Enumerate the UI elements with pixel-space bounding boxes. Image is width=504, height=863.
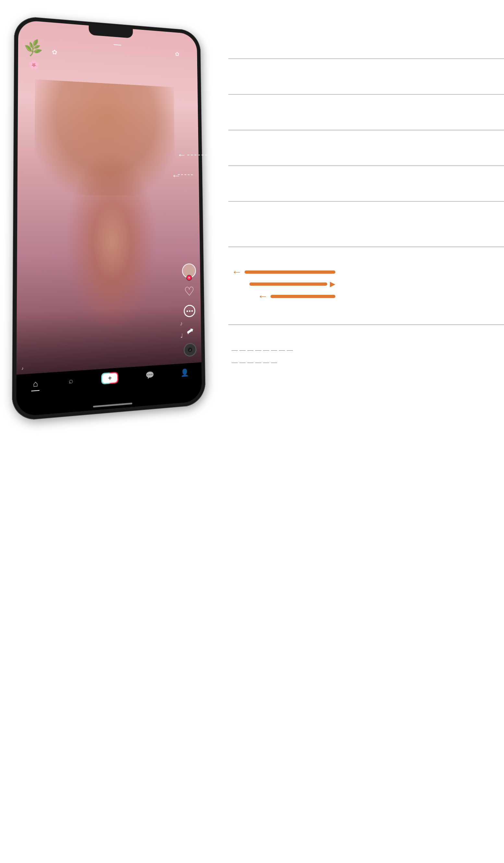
anno-rule-3	[228, 130, 504, 130]
comment-button[interactable]	[183, 303, 197, 319]
anno-rule-6	[228, 247, 504, 247]
music-disc-icon: ♪	[184, 343, 197, 357]
orange-annotation-block: ← ▶ ←	[231, 266, 335, 302]
nav-profile[interactable]: 👤	[177, 367, 193, 379]
annotation-line-6	[228, 247, 504, 247]
heart-icon: ♡	[182, 284, 196, 299]
annotation-line-2	[228, 94, 504, 95]
nav-create[interactable]: +	[97, 370, 122, 386]
phone-screen: 🌿 🌸 ✿ ✿ ←	[16, 20, 202, 417]
annotation-line-4	[228, 165, 504, 166]
back-arrow-icon[interactable]: ←	[171, 170, 181, 181]
comment-dots	[187, 310, 193, 312]
plus-icon: +	[108, 375, 112, 382]
annotation-line-1	[228, 58, 504, 59]
anno-rule-5	[228, 201, 504, 202]
anno-rule-2	[228, 94, 504, 95]
flower-decoration-2: ✿	[52, 48, 58, 56]
share-button[interactable]: ➦	[183, 323, 197, 339]
anno-bottom-line1: ― ― ― ― ― ― ― ―	[231, 344, 293, 356]
inbox-icon: 💬	[146, 371, 154, 380]
anno-rule-7	[228, 324, 504, 325]
annotation-line-5	[228, 201, 504, 202]
anno-rule-4	[228, 165, 504, 166]
follow-plus-button[interactable]: +	[187, 275, 192, 280]
flower-decoration-3: ✿	[175, 51, 179, 58]
nav-search[interactable]: ⌕	[64, 375, 77, 387]
back-arrow-annotation: ←	[177, 150, 207, 160]
home-active-indicator	[31, 390, 40, 391]
music-disc-button[interactable]: ♪	[184, 343, 197, 357]
phone-shell: 🌿 🌸 ✿ ✿ ←	[12, 15, 206, 421]
anno-rule-1	[228, 58, 504, 59]
bottom-annotation-text: ― ― ― ― ― ― ― ― ― ― ― ― ― ―	[231, 344, 293, 368]
nav-inbox[interactable]: 💬	[142, 369, 158, 382]
nav-home[interactable]: ⌂	[27, 377, 44, 393]
search-icon: ⌕	[69, 376, 73, 385]
music-note-float-1: ♪	[180, 320, 183, 327]
create-button[interactable]: +	[101, 372, 118, 385]
annotation-line-3	[228, 130, 504, 130]
anno-bottom-line2: ― ― ― ― ― ―	[231, 356, 293, 368]
profile-icon: 👤	[180, 368, 189, 377]
music-note-float-2: ♩	[180, 332, 183, 339]
phone-mockup: 🌿 🌸 ✿ ✿ ←	[16, 20, 207, 415]
right-action-bar: + ♡	[182, 263, 197, 357]
flower-decoration-1: 🌸	[28, 59, 39, 70]
home-icon: ⌂	[33, 379, 38, 389]
share-icon: ➦	[183, 323, 197, 338]
annotation-panel: ← ▶ ← ― ― ― ― ― ― ― ― ― ― ― ― ― ―	[228, 0, 504, 863]
music-note-icon: ♪	[22, 366, 24, 371]
hair-overlay	[35, 79, 175, 196]
comment-icon	[183, 303, 197, 318]
like-button[interactable]: ♡	[182, 284, 196, 300]
avatar-container[interactable]: +	[182, 263, 196, 278]
annotation-line-7	[228, 324, 504, 325]
